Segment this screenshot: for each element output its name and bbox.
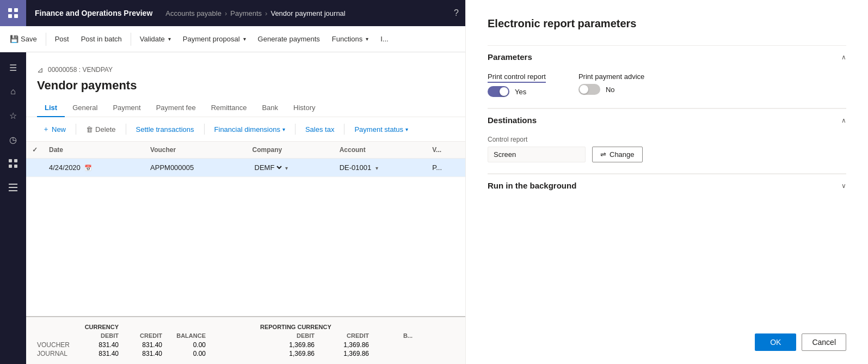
journal-title: Vendor payments <box>37 78 454 93</box>
account-chevron-icon: ▾ <box>375 165 378 171</box>
journal-id: 00000058 : VENDPAY <box>48 66 113 74</box>
action-sep-2 <box>126 124 126 135</box>
generate-payments-button[interactable]: Generate payments <box>253 32 325 46</box>
settle-button[interactable]: Settle transactions <box>131 123 200 136</box>
post-button[interactable]: Post <box>50 32 75 46</box>
breadcrumb-payments[interactable]: Payments <box>230 9 262 17</box>
row-check[interactable] <box>26 159 44 177</box>
help-icon[interactable]: ? <box>454 8 459 18</box>
tab-list[interactable]: List <box>37 99 65 117</box>
toolbar-sep-1 <box>46 33 46 46</box>
parameters-section-title: Parameters <box>488 52 532 62</box>
run-background-title: Run in the background <box>488 181 576 190</box>
company-select[interactable]: DEMF <box>253 163 284 172</box>
change-button[interactable]: ⇌ Change <box>592 147 643 162</box>
svg-rect-4 <box>9 159 12 162</box>
row-voucher: APPM000005 <box>145 159 247 177</box>
ok-button[interactable]: OK <box>755 333 796 351</box>
journal-row-label: JOURNAL <box>37 350 75 357</box>
journal-credit: 831.40 <box>119 350 162 357</box>
company-chevron-icon: ▾ <box>285 165 288 171</box>
inquiry-button[interactable]: I... <box>375 32 393 46</box>
col-v: V... <box>427 142 465 159</box>
validate-button[interactable]: Validate ▾ <box>134 32 176 46</box>
svg-rect-0 <box>8 8 12 12</box>
credit-header: CREDIT <box>119 332 162 339</box>
settle-label: Settle transactions <box>136 125 194 134</box>
print-payment-toggle[interactable] <box>578 84 600 95</box>
cancel-button[interactable]: Cancel <box>802 333 846 351</box>
new-button[interactable]: ＋ New <box>37 122 71 137</box>
breadcrumb-current: Vendor payment journal <box>270 9 345 17</box>
tab-general[interactable]: General <box>65 99 105 117</box>
action-bar: ＋ New 🗑 Delete Settle transactions Finan… <box>26 117 465 142</box>
sidebar-grid-icon[interactable] <box>2 153 24 174</box>
voucher-debit: 831.40 <box>75 341 119 349</box>
voucher-label: VOUCHER <box>37 341 75 349</box>
parameters-section-header[interactable]: Parameters ∧ <box>488 45 846 68</box>
svg-rect-3 <box>14 14 18 18</box>
top-nav: Finance and Operations Preview Accounts … <box>0 0 465 26</box>
tab-remittance[interactable]: Remittance <box>204 99 255 117</box>
control-report-dest-label: Control report <box>488 136 846 143</box>
row-account[interactable]: DE-01001 ▾ <box>334 159 427 177</box>
validate-chevron-icon: ▾ <box>168 36 171 42</box>
print-payment-toggle-row: No <box>578 84 644 95</box>
payment-proposal-chevron-icon: ▾ <box>243 36 246 42</box>
table-row[interactable]: 4/24/2020 📅 APPM000005 DEMF ▾ <box>26 159 465 177</box>
payment-proposal-button[interactable]: Payment proposal ▾ <box>177 32 251 46</box>
journal-debit: 831.40 <box>75 350 119 357</box>
destinations-section-chevron-icon: ∧ <box>841 117 846 124</box>
breadcrumb-accounts[interactable]: Accounts payable <box>165 9 221 17</box>
voucher-credit: 831.40 <box>119 341 162 349</box>
functions-button[interactable]: Functions ▾ <box>327 32 374 46</box>
destinations-section-header[interactable]: Destinations ∧ <box>488 108 846 131</box>
print-control-toggle-row: Yes <box>488 86 546 97</box>
action-sep-5 <box>344 124 344 135</box>
rep-debit-header: DEBIT <box>260 332 315 339</box>
data-table: ✓ Date Voucher Company Account V... <box>26 142 465 177</box>
currency-title: CURRENCY <box>75 324 119 330</box>
filter-icon[interactable]: ⊿ <box>37 61 44 78</box>
save-label: Save <box>21 35 37 43</box>
tab-payment[interactable]: Payment <box>105 99 148 117</box>
delete-button[interactable]: 🗑 Delete <box>81 123 121 136</box>
sales-tax-button[interactable]: Sales tax <box>300 123 340 136</box>
destinations-content: Control report ⇌ Change <box>488 131 846 173</box>
rep-voucher-debit: 1,369.86 <box>260 341 315 349</box>
print-control-toggle[interactable] <box>488 86 509 97</box>
reporting-currency-group: REPORTING CURRENCY DEBIT CREDIT B... 1,3… <box>260 324 423 357</box>
print-payment-advice-label: Print payment advice <box>578 72 644 81</box>
tab-payment-fee[interactable]: Payment fee <box>149 99 204 117</box>
reporting-title: REPORTING CURRENCY <box>260 324 369 330</box>
row-date[interactable]: 4/24/2020 📅 <box>44 159 145 177</box>
sidebar-clock-icon[interactable]: ◷ <box>2 129 24 150</box>
tab-bank[interactable]: Bank <box>254 99 286 117</box>
breadcrumb: Accounts payable › Payments › Vendor pay… <box>161 9 345 17</box>
post-batch-button[interactable]: Post in batch <box>76 32 127 46</box>
svg-rect-1 <box>14 8 18 12</box>
sidebar-hamburger-icon[interactable]: ☰ <box>2 57 24 78</box>
delete-label: Delete <box>95 125 116 134</box>
breadcrumb-sep-1: › <box>225 9 227 17</box>
toggle-thumb <box>500 87 508 96</box>
parameters-content: Print control report Yes Print payment a… <box>488 68 846 108</box>
sidebar-home-icon[interactable]: ⌂ <box>2 81 24 102</box>
save-button[interactable]: 💾 Save <box>4 32 42 46</box>
sidebar-list-icon[interactable] <box>2 177 24 198</box>
toolbar-sep-2 <box>131 33 131 46</box>
summary-section: CURRENCY DEBIT CREDIT BALANCE VOUCHER <box>26 316 465 364</box>
financial-dimensions-button[interactable]: Financial dimensions ▾ <box>209 123 291 136</box>
app-grid-icon[interactable] <box>0 0 26 26</box>
run-background-section-header[interactable]: Run in the background ∨ <box>488 174 846 197</box>
print-control-report-label: Print control report <box>488 72 546 83</box>
sidebar-star-icon[interactable]: ☆ <box>2 105 24 126</box>
fin-dim-label: Financial dimensions <box>214 125 280 134</box>
row-company[interactable]: DEMF ▾ <box>247 159 334 177</box>
tab-history[interactable]: History <box>286 99 323 117</box>
delete-icon: 🗑 <box>86 125 93 134</box>
payment-status-button[interactable]: Payment status ▾ <box>349 123 414 136</box>
date-picker-icon[interactable]: 📅 <box>84 165 92 171</box>
dest-screen-input[interactable] <box>488 147 586 162</box>
right-panel: Electronic report parameters Parameters … <box>465 0 868 364</box>
